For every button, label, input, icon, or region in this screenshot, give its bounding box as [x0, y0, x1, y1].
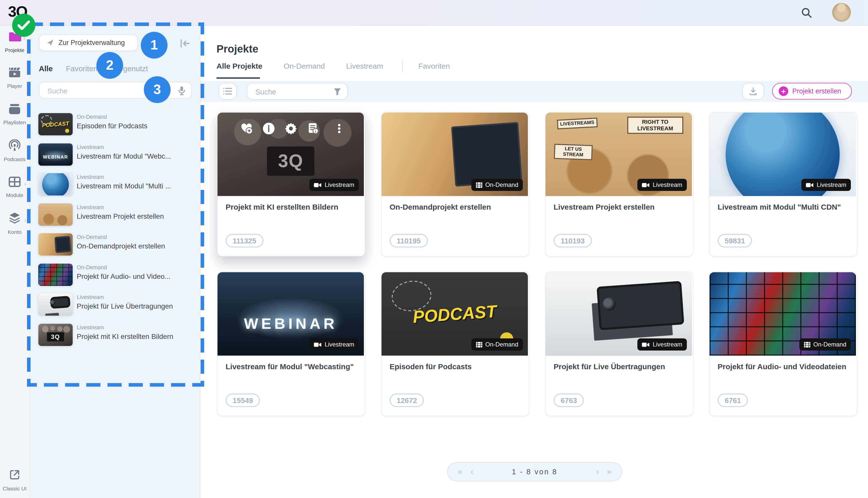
previous-page-icon[interactable]: ‹ [466, 467, 477, 477]
grid-icon [8, 176, 21, 187]
project-card[interactable]: 3Q Livestream Projekt mit KI erstellten … [217, 112, 365, 257]
next-page-icon[interactable]: › [592, 467, 603, 477]
type-badge: On-Demand [471, 179, 523, 191]
project-id-badge: 59831 [718, 234, 752, 248]
project-id-badge: 6763 [554, 393, 584, 407]
project-id-badge: 110193 [554, 234, 592, 248]
tab-on-demand[interactable]: On-Demand [284, 62, 325, 70]
list-item[interactable]: 3Q Livestream Projekt mit KI erstellten … [29, 323, 200, 352]
search-icon[interactable] [800, 6, 813, 19]
annotation-badge-3: 3 [144, 76, 171, 103]
list-icon [223, 87, 232, 95]
sidebar-item-konto[interactable]: › Konto [0, 212, 29, 236]
type-badge: Livestream [310, 338, 359, 351]
list-item[interactable]: Livestream Projekt für Live Übertragunge… [29, 293, 200, 321]
project-thumbnail [38, 293, 73, 316]
project-thumbnail: PODCAST On-Demand [381, 272, 528, 356]
list-item[interactable]: Livestream Livestream mit Modul "Multi .… [29, 173, 200, 201]
first-page-icon[interactable]: « [454, 467, 466, 477]
chevron-right-icon: › [25, 217, 26, 223]
info-icon[interactable] [262, 122, 275, 135]
last-page-icon[interactable]: » [603, 467, 616, 477]
topbar: 3Q [0, 0, 868, 26]
layers-icon [8, 212, 21, 224]
project-id-badge: 12672 [390, 393, 424, 407]
user-avatar[interactable] [832, 3, 851, 22]
pagination-label: 1 - 8 von 8 [477, 468, 592, 476]
icon-rail: ‹ Projekte Player Playlisten Podcasts › … [0, 25, 30, 498]
project-thumbnail: Livestream [545, 272, 692, 356]
project-thumbnail: Livestream [709, 113, 856, 196]
main-content: Projekte Alle Projekte On-Demand Livestr… [200, 25, 868, 498]
tab-alle-projekte[interactable]: Alle Projekte [217, 62, 262, 70]
type-badge: Livestream [802, 179, 851, 191]
sidebar-item-module[interactable]: › Module [0, 176, 29, 199]
toolbar-search-field[interactable] [247, 83, 348, 100]
project-card[interactable]: PODCAST On-Demand Episoden für Podcasts … [381, 272, 529, 416]
panel-tab-favoriten[interactable]: Favoriten [66, 64, 97, 73]
panel-tab-alle[interactable]: Alle [39, 64, 53, 73]
list-item[interactable]: On-Demand On-Demandprojekt erstellen [29, 233, 200, 261]
type-badge: Livestream [638, 179, 687, 191]
playlist-box-icon [8, 104, 21, 115]
app-window: 3Q ‹ Projekte Player Playlisten Podcasts… [0, 0, 868, 498]
list-item[interactable]: Livestream Livestream Projekt erstellen [29, 203, 200, 231]
favorite-add-icon[interactable] [240, 122, 253, 135]
card-title: Projekt mit KI erstellten Bildern [226, 202, 358, 211]
card-title: Livestream Projekt erstellen [554, 202, 686, 211]
project-thumbnail: LIVESTREAMS RIGHT TO LIVESTREAM LET US S… [545, 113, 692, 196]
camera-icon [806, 182, 814, 188]
pagination: « ‹ 1 - 8 von 8 › » [447, 462, 622, 481]
export-button[interactable] [742, 83, 764, 100]
project-thumbnail: 3Q [38, 323, 73, 346]
project-card[interactable]: On-Demand Projekt für Audio- und Videoda… [709, 272, 857, 416]
tab-favoriten[interactable]: Favoriten [418, 62, 450, 70]
project-card[interactable]: On-Demand On-Demandprojekt erstellen 110… [381, 112, 529, 257]
project-thumbnail [38, 233, 73, 256]
card-title: Livestream mit Modul "Multi CDN" [718, 202, 850, 211]
active-tab-underline [217, 77, 260, 79]
sidebar-item-player[interactable]: Player [0, 67, 29, 90]
collapse-panel-icon[interactable] [180, 38, 191, 49]
project-id-badge: 15549 [226, 393, 260, 407]
project-card[interactable]: Livestream Projekt für Live Übertragunge… [545, 272, 693, 416]
list-item[interactable]: PODCAST On-Demand Episoden für Podcasts [29, 113, 200, 141]
film-icon [476, 182, 482, 188]
details-doc-icon[interactable] [306, 122, 320, 135]
panel-tab-genutzt[interactable]: genutzt [123, 64, 148, 73]
success-check-icon [12, 14, 35, 37]
card-title: On-Demandprojekt erstellen [390, 202, 522, 211]
sidebar-item-playlisten[interactable]: Playlisten [0, 104, 29, 126]
film-icon [476, 342, 482, 347]
list-item[interactable]: WEBINAR Livestream Livestream für Modul … [29, 143, 200, 171]
tab-livestream[interactable]: Livestream [346, 62, 383, 70]
film-icon [804, 342, 810, 347]
microphone-icon[interactable] [178, 86, 185, 97]
filter-icon[interactable] [334, 88, 341, 97]
manage-projects-label: Zur Projektverwaltung [58, 39, 125, 47]
sidebar-item-classic-ui[interactable]: Classic UI [0, 469, 29, 493]
project-card[interactable]: WEBINAR Livestream Livestream für Modul … [217, 272, 365, 416]
project-thumbnail: On-Demand [709, 272, 856, 356]
project-card[interactable]: LIVESTREAMS RIGHT TO LIVESTREAM LET US S… [545, 112, 693, 257]
create-project-button[interactable]: + Projekt erstellen [772, 83, 852, 100]
kebab-menu-icon[interactable] [328, 122, 342, 135]
list-view-button[interactable] [218, 83, 237, 100]
project-thumbnail: On-Demand [381, 113, 528, 196]
plus-icon: + [779, 87, 788, 96]
card-title: Episoden für Podcasts [390, 362, 522, 371]
project-thumbnail: PODCAST [38, 113, 73, 136]
settings-gear-icon[interactable] [284, 122, 298, 135]
project-panel: Zur Projektverwaltung Alle Favoriten gen… [29, 25, 200, 498]
toolbar: + Projekt erstellen [200, 81, 868, 102]
type-badge: On-Demand [799, 338, 851, 351]
sidebar-item-podcasts[interactable]: Podcasts [0, 140, 29, 163]
manage-projects-button[interactable]: Zur Projektverwaltung [39, 34, 138, 51]
page-title: Projekte [217, 43, 258, 55]
list-item[interactable]: On-Demand Projekt für Audio- und Video..… [29, 263, 200, 291]
send-icon [46, 39, 54, 47]
main-tabs: Alle Projekte On-Demand Livestream Favor… [217, 62, 403, 70]
toolbar-search-input[interactable] [254, 86, 332, 98]
project-card[interactable]: Livestream Livestream mit Modul "Multi C… [709, 112, 857, 257]
camera-icon [642, 182, 650, 188]
